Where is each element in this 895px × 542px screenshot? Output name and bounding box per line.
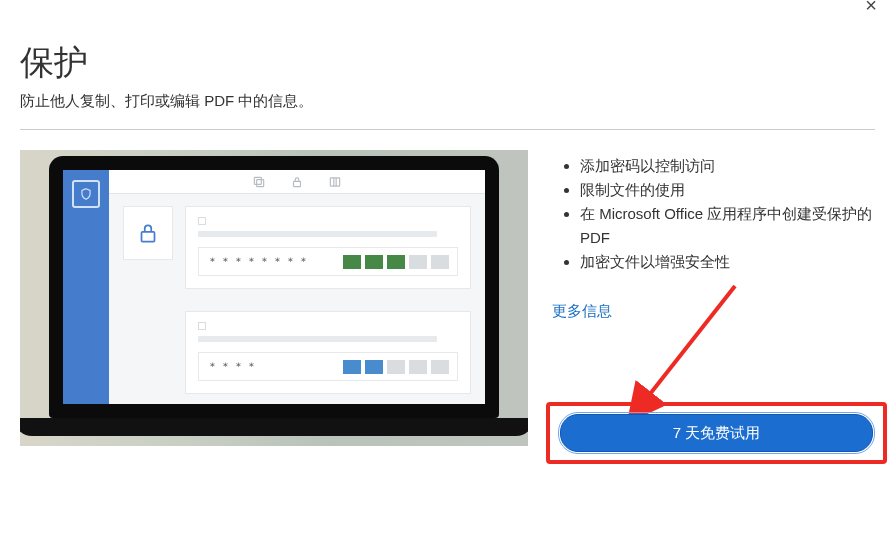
list-item: 在 Microsoft Office 应用程序中创建受保护的 PDF xyxy=(580,202,875,250)
list-item: 添加密码以控制访问 xyxy=(580,154,875,178)
list-item: 加密文件以增强安全性 xyxy=(580,250,875,274)
lock-card xyxy=(123,206,173,260)
content-row: ＊＊＊＊＊＊＊＊ xyxy=(20,150,875,446)
svg-rect-4 xyxy=(142,232,155,242)
svg-rect-0 xyxy=(257,179,264,186)
free-trial-button[interactable]: 7 天免费试用 xyxy=(560,414,873,452)
lock-icon xyxy=(290,175,304,189)
page-title: 保护 xyxy=(20,40,875,86)
close-icon[interactable]: × xyxy=(865,0,877,17)
svg-rect-1 xyxy=(254,177,261,184)
cta-highlight: 7 天免费试用 xyxy=(546,402,887,464)
shield-icon xyxy=(72,180,100,208)
strength-meter xyxy=(343,360,449,374)
hero-illustration: ＊＊＊＊＊＊＊＊ xyxy=(20,150,528,446)
password-dots: ＊＊＊＊ xyxy=(207,359,333,374)
password-dots: ＊＊＊＊＊＊＊＊ xyxy=(207,254,333,269)
divider xyxy=(20,129,875,130)
more-info-link[interactable]: 更多信息 xyxy=(552,302,612,321)
copy-icon xyxy=(252,175,266,189)
features-panel: 添加密码以控制访问 限制文件的使用 在 Microsoft Office 应用程… xyxy=(552,150,875,446)
annotation-arrow-icon xyxy=(625,280,745,420)
svg-rect-3 xyxy=(330,177,339,185)
feature-list: 添加密码以控制访问 限制文件的使用 在 Microsoft Office 应用程… xyxy=(552,154,875,274)
columns-icon xyxy=(328,175,342,189)
password-card: ＊＊＊＊ xyxy=(185,311,471,394)
dialog-body: 保护 防止他人复制、打印或编辑 PDF 中的信息。 xyxy=(0,0,895,466)
list-item: 限制文件的使用 xyxy=(580,178,875,202)
lock-icon xyxy=(135,220,161,246)
password-card: ＊＊＊＊＊＊＊＊ xyxy=(185,206,471,289)
strength-meter xyxy=(343,255,449,269)
svg-line-5 xyxy=(639,286,735,408)
page-subtitle: 防止他人复制、打印或编辑 PDF 中的信息。 xyxy=(20,92,875,111)
svg-rect-2 xyxy=(294,181,301,186)
